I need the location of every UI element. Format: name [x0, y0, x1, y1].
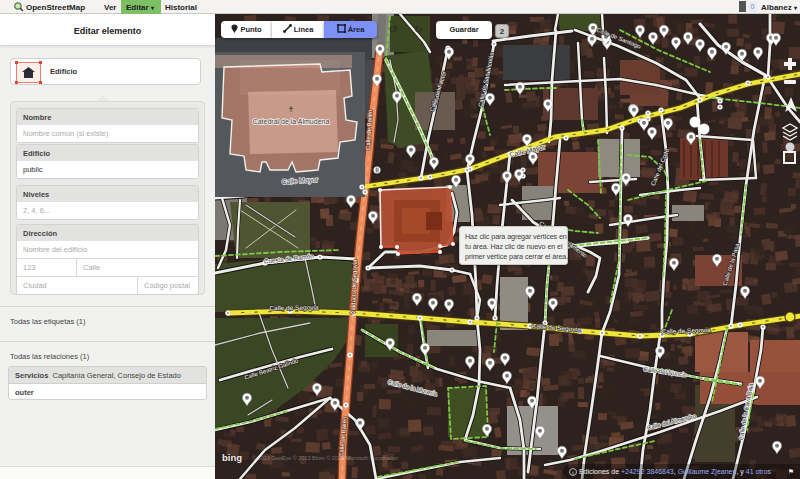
svg-text:bing: bing: [222, 452, 242, 463]
svg-text:© 2013 GeoEye © 2013 Blom © 20: © 2013 GeoEye © 2013 Blom © 2013 Microso…: [252, 455, 398, 461]
svg-text:✝: ✝: [288, 105, 295, 114]
svg-text:Catedral de la Almudena: Catedral de la Almudena: [253, 118, 330, 125]
